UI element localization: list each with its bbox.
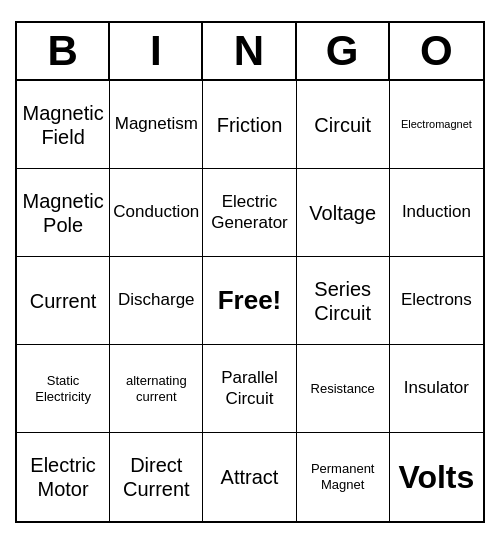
cell-text-2: Friction <box>217 113 283 137</box>
cell-text-4: Electromagnet <box>401 118 472 131</box>
bingo-cell-14[interactable]: Electrons <box>390 257 483 345</box>
bingo-cell-15[interactable]: Static Electricity <box>17 345 110 433</box>
cell-text-21: Direct Current <box>113 453 199 501</box>
cell-text-14: Electrons <box>401 290 472 310</box>
header-letter-i: I <box>110 23 203 79</box>
bingo-cell-11[interactable]: Discharge <box>110 257 203 345</box>
bingo-cell-10[interactable]: Current <box>17 257 110 345</box>
cell-text-22: Attract <box>221 465 279 489</box>
header-letter-o: O <box>390 23 483 79</box>
bingo-cell-21[interactable]: Direct Current <box>110 433 203 521</box>
bingo-cell-2[interactable]: Friction <box>203 81 296 169</box>
cell-text-8: Voltage <box>309 201 376 225</box>
cell-text-1: Magnetism <box>115 114 198 134</box>
cell-text-10: Current <box>30 289 97 313</box>
cell-text-24: Volts <box>398 458 474 496</box>
cell-text-20: Electric Motor <box>20 453 106 501</box>
cell-text-13: Series Circuit <box>300 277 386 325</box>
cell-text-3: Circuit <box>314 113 371 137</box>
bingo-cell-7[interactable]: Electric Generator <box>203 169 296 257</box>
cell-text-15: Static Electricity <box>20 373 106 404</box>
bingo-cell-22[interactable]: Attract <box>203 433 296 521</box>
bingo-cell-12[interactable]: Free! <box>203 257 296 345</box>
bingo-cell-0[interactable]: Magnetic Field <box>17 81 110 169</box>
header-letter-b: B <box>17 23 110 79</box>
bingo-cell-20[interactable]: Electric Motor <box>17 433 110 521</box>
cell-text-19: Insulator <box>404 378 469 398</box>
cell-text-16: alternating current <box>113 373 199 404</box>
bingo-cell-24[interactable]: Volts <box>390 433 483 521</box>
bingo-cell-18[interactable]: Resistance <box>297 345 390 433</box>
bingo-cell-8[interactable]: Voltage <box>297 169 390 257</box>
bingo-cell-9[interactable]: Induction <box>390 169 483 257</box>
bingo-cell-4[interactable]: Electromagnet <box>390 81 483 169</box>
cell-text-5: Magnetic Pole <box>20 189 106 237</box>
bingo-cell-13[interactable]: Series Circuit <box>297 257 390 345</box>
cell-text-12: Free! <box>218 285 282 316</box>
bingo-header: BINGO <box>17 23 483 81</box>
bingo-cell-17[interactable]: Parallel Circuit <box>203 345 296 433</box>
bingo-cell-16[interactable]: alternating current <box>110 345 203 433</box>
cell-text-11: Discharge <box>118 290 195 310</box>
bingo-card: BINGO Magnetic FieldMagnetismFrictionCir… <box>15 21 485 523</box>
bingo-cell-1[interactable]: Magnetism <box>110 81 203 169</box>
bingo-cell-5[interactable]: Magnetic Pole <box>17 169 110 257</box>
cell-text-17: Parallel Circuit <box>206 368 292 409</box>
cell-text-18: Resistance <box>311 381 375 397</box>
cell-text-23: Permanent Magnet <box>300 461 386 492</box>
cell-text-9: Induction <box>402 202 471 222</box>
cell-text-0: Magnetic Field <box>20 101 106 149</box>
bingo-grid: Magnetic FieldMagnetismFrictionCircuitEl… <box>17 81 483 521</box>
bingo-cell-19[interactable]: Insulator <box>390 345 483 433</box>
bingo-cell-3[interactable]: Circuit <box>297 81 390 169</box>
bingo-cell-23[interactable]: Permanent Magnet <box>297 433 390 521</box>
header-letter-n: N <box>203 23 296 79</box>
header-letter-g: G <box>297 23 390 79</box>
cell-text-7: Electric Generator <box>206 192 292 233</box>
bingo-cell-6[interactable]: Conduction <box>110 169 203 257</box>
cell-text-6: Conduction <box>113 202 199 222</box>
